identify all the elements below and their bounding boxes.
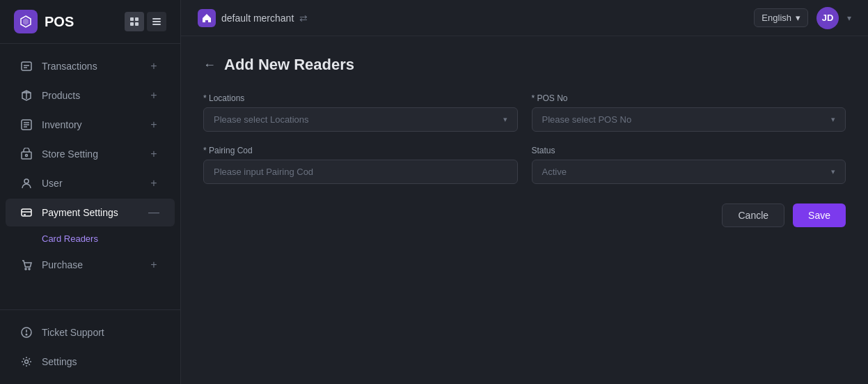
- inventory-label: Inventory: [42, 119, 147, 130]
- locations-label: * Locations: [203, 93, 518, 103]
- svg-point-24: [25, 268, 26, 270]
- pairing-code-label: * Pairing Cod: [203, 146, 518, 155]
- topbar-right: English ▾ JD ▾: [754, 7, 851, 29]
- products-icon: [19, 89, 33, 102]
- transactions-icon: [19, 59, 33, 73]
- svg-rect-7: [152, 21, 161, 22]
- store-setting-add-icon[interactable]: +: [147, 147, 161, 161]
- language-label: English: [762, 13, 791, 23]
- status-value: Active: [542, 167, 567, 177]
- pos-no-placeholder: Please select POS No: [542, 114, 632, 125]
- page-content: ← Add New Readers * Locations Please sel…: [181, 36, 868, 384]
- sidebar-item-ticket-support[interactable]: Ticket Support: [6, 318, 175, 346]
- svg-rect-9: [22, 62, 31, 70]
- language-chevron-icon: ▾: [796, 13, 800, 23]
- sidebar-bottom: Ticket Support Settings: [0, 309, 180, 384]
- svg-point-28: [26, 334, 27, 335]
- merchant-name: default merchant: [221, 13, 294, 24]
- form-row-1: * Locations Please select Locations ▾ * …: [203, 93, 846, 132]
- topbar: default merchant ⇄ English ▾ JD ▾: [181, 0, 868, 36]
- list-view-button[interactable]: [147, 12, 166, 31]
- merchant-switch-icon[interactable]: ⇄: [299, 13, 308, 24]
- pos-no-chevron-icon: ▾: [831, 115, 835, 124]
- sidebar-item-payment-settings[interactable]: Payment Settings —: [6, 199, 175, 226]
- svg-rect-18: [22, 152, 31, 159]
- sidebar-item-user[interactable]: User +: [6, 169, 175, 197]
- products-label: Products: [42, 90, 147, 101]
- svg-rect-6: [152, 18, 161, 20]
- user-avatar[interactable]: JD: [816, 7, 839, 29]
- purchase-label: Purchase: [42, 259, 147, 270]
- pos-no-group: * POS No Please select POS No ▾: [532, 93, 846, 132]
- inventory-add-icon[interactable]: +: [147, 118, 161, 132]
- svg-point-19: [26, 155, 28, 157]
- logo-icon: [14, 10, 38, 33]
- page-title: Add New Readers: [224, 56, 354, 74]
- cancel-button[interactable]: Cancle: [722, 203, 784, 227]
- purchase-add-icon[interactable]: +: [147, 258, 161, 272]
- sidebar: POS: [0, 0, 181, 384]
- grid-view-button[interactable]: [125, 12, 144, 31]
- svg-rect-3: [135, 17, 139, 21]
- sidebar-item-settings[interactable]: Settings: [6, 348, 175, 376]
- sidebar-item-card-readers[interactable]: Card Readers: [6, 228, 175, 249]
- status-label: Status: [532, 146, 846, 155]
- pairing-code-input[interactable]: [203, 160, 518, 184]
- pos-no-select[interactable]: Please select POS No ▾: [532, 107, 846, 132]
- sidebar-item-transactions[interactable]: Transactions +: [6, 52, 175, 80]
- pairing-code-group: * Pairing Cod: [203, 146, 518, 184]
- pos-no-label: * POS No: [532, 93, 846, 103]
- view-toggle[interactable]: [125, 12, 166, 31]
- back-button[interactable]: ←: [203, 58, 216, 72]
- locations-group: * Locations Please select Locations ▾: [203, 93, 518, 132]
- store-setting-label: Store Setting: [42, 148, 147, 160]
- sidebar-item-purchase[interactable]: Purchase +: [6, 251, 175, 279]
- svg-marker-1: [23, 18, 29, 25]
- ticket-support-label: Ticket Support: [42, 327, 161, 338]
- payment-settings-icon: [19, 206, 33, 220]
- svg-point-20: [24, 179, 29, 183]
- form-actions: Cancle Save: [203, 203, 846, 227]
- payment-settings-label: Payment Settings: [42, 207, 147, 218]
- transactions-add-icon[interactable]: +: [147, 59, 161, 73]
- sidebar-item-store-setting[interactable]: Store Setting +: [6, 140, 175, 168]
- transactions-label: Transactions: [42, 61, 147, 72]
- merchant-info: default merchant ⇄: [198, 9, 745, 27]
- topbar-chevron-icon[interactable]: ▾: [847, 13, 851, 23]
- status-group: Status Active ▾: [532, 146, 846, 184]
- products-add-icon[interactable]: +: [147, 89, 161, 102]
- ticket-support-icon: [19, 325, 33, 339]
- status-select[interactable]: Active ▾: [532, 160, 846, 184]
- svg-point-25: [29, 268, 30, 270]
- locations-placeholder: Please select Locations: [214, 114, 309, 125]
- svg-rect-4: [130, 22, 134, 26]
- svg-rect-21: [22, 209, 31, 216]
- user-icon: [19, 176, 33, 190]
- app-title: POS: [45, 14, 74, 30]
- sidebar-logo: POS: [0, 0, 180, 44]
- store-setting-icon: [19, 147, 33, 161]
- settings-label: Settings: [42, 356, 161, 367]
- svg-rect-8: [152, 24, 161, 25]
- locations-chevron-icon: ▾: [503, 115, 507, 124]
- home-icon: [198, 9, 216, 27]
- main-content: default merchant ⇄ English ▾ JD ▾ ← Add …: [181, 0, 868, 384]
- svg-point-29: [25, 360, 29, 364]
- card-readers-label: Card Readers: [42, 233, 98, 244]
- form-row-2: * Pairing Cod Status Active ▾: [203, 146, 846, 184]
- save-button[interactable]: Save: [793, 203, 846, 227]
- page-header: ← Add New Readers: [203, 56, 846, 74]
- user-label: User: [42, 178, 147, 189]
- svg-rect-5: [135, 22, 139, 26]
- locations-select[interactable]: Please select Locations ▾: [203, 107, 518, 132]
- sidebar-item-inventory[interactable]: Inventory +: [6, 111, 175, 139]
- purchase-icon: [19, 258, 33, 272]
- user-add-icon[interactable]: +: [147, 176, 161, 190]
- language-selector[interactable]: English ▾: [754, 8, 808, 27]
- payment-settings-collapse-icon[interactable]: —: [147, 206, 161, 220]
- sidebar-item-products[interactable]: Products +: [6, 82, 175, 109]
- inventory-icon: [19, 118, 33, 132]
- svg-rect-2: [130, 17, 134, 21]
- settings-icon: [19, 355, 33, 369]
- sidebar-nav: Transactions + Products +: [0, 44, 180, 309]
